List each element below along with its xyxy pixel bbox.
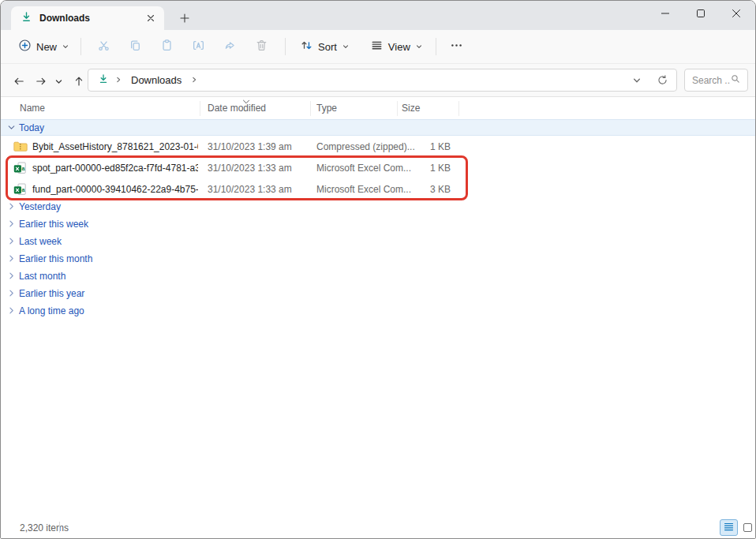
column-header-name[interactable]: Name (20, 103, 45, 114)
circle-plus-icon (18, 39, 32, 54)
recent-locations-icon[interactable] (50, 71, 67, 92)
group-row-a-long-time-ago[interactable]: A long time ago (1, 302, 755, 319)
group-label: Earlier this week (19, 219, 88, 230)
file-explorer-window: Downloads New (0, 0, 756, 539)
window-controls (647, 1, 754, 26)
group-chevron-right-icon[interactable] (7, 271, 16, 280)
tab-title: Downloads (39, 13, 137, 24)
delete-icon (255, 39, 268, 54)
column-separator[interactable] (397, 101, 398, 116)
rename-icon (192, 39, 205, 54)
group-row-last-month[interactable]: Last month (1, 268, 755, 284)
toolbar: New (1, 30, 755, 64)
group-label: Yesterday (19, 201, 61, 212)
cut-icon (97, 39, 110, 54)
details-view-button[interactable] (720, 519, 738, 536)
items-count: 2,320 items (20, 522, 69, 533)
file-row-fund-csv[interactable]: a fund_part-00000-39410462-22a9-4b75-afb… (1, 178, 755, 200)
sort-button-label: Sort (318, 41, 337, 53)
view-button[interactable]: View (364, 33, 429, 60)
group-row-earlier-this-year[interactable]: Earlier this year (1, 285, 755, 301)
details-view-icon (724, 522, 734, 533)
download-icon (21, 11, 32, 25)
column-separator[interactable] (200, 101, 200, 116)
group-chevron-right-icon[interactable] (7, 289, 16, 298)
cut-button[interactable] (88, 33, 119, 60)
paste-button[interactable] (151, 33, 182, 60)
thumbnail-view-icon (743, 523, 752, 532)
search-icon (730, 73, 741, 87)
column-separator[interactable] (458, 101, 459, 116)
more-options-icon (450, 39, 463, 54)
zip-folder-icon (13, 140, 28, 155)
group-row-today[interactable]: Today (1, 119, 755, 136)
address-dropdown-chevron-icon[interactable] (627, 71, 646, 90)
tab-downloads[interactable]: Downloads (11, 6, 164, 30)
column-separator[interactable] (310, 101, 311, 116)
thumbnail-view-button[interactable] (741, 521, 754, 534)
group-chevron-right-icon[interactable] (7, 254, 16, 263)
maximize-icon[interactable] (683, 1, 718, 26)
forward-button[interactable] (31, 71, 51, 92)
search-box[interactable] (684, 69, 748, 92)
group-label: Today (19, 122, 44, 133)
up-button[interactable] (69, 71, 89, 92)
copy-button[interactable] (119, 33, 151, 60)
group-chevron-right-icon[interactable] (7, 237, 16, 245)
breadcrumb-segment-downloads[interactable]: Downloads (128, 73, 185, 88)
chevron-down-icon (342, 41, 350, 53)
group-chevron-right-icon[interactable] (7, 202, 16, 211)
address-row: Downloads (1, 64, 755, 97)
breadcrumb-chevron-icon[interactable] (115, 75, 122, 86)
share-icon (223, 39, 237, 54)
excel-csv-icon: a (13, 162, 27, 177)
group-row-earlier-this-week[interactable]: Earlier this week (1, 215, 755, 232)
tab-close-icon[interactable] (144, 11, 158, 25)
more-options-button[interactable] (441, 33, 473, 60)
column-header-row: Name Date modified Type Size (1, 98, 755, 119)
toolbar-divider (436, 38, 436, 55)
file-date-modified: 31/10/2023 1:33 am (208, 184, 292, 195)
sort-button[interactable]: Sort (294, 33, 356, 60)
chevron-down-icon (62, 41, 69, 53)
file-row-zip[interactable]: Bybit_AssetHistory_8781621_2023-01-01_20… (1, 136, 755, 157)
file-row-spot-csv[interactable]: a spot_part-00000-ed85f2ca-f7fd-4781-a3e… (1, 157, 755, 178)
column-header-size[interactable]: Size (402, 103, 420, 114)
chevron-down-icon (415, 41, 423, 53)
group-label: Earlier this year (19, 288, 84, 299)
file-name: spot_part-00000-ed85f2ca-f7fd-4781-a3e6-… (32, 163, 198, 174)
group-row-earlier-this-month[interactable]: Earlier this month (1, 250, 755, 267)
group-row-last-week[interactable]: Last week (1, 233, 755, 249)
share-button[interactable] (214, 33, 245, 60)
file-date-modified: 31/10/2023 1:39 am (208, 141, 292, 152)
minimize-icon[interactable] (647, 1, 683, 26)
group-row-yesterday[interactable]: Yesterday (1, 198, 755, 215)
search-input[interactable] (692, 75, 730, 86)
column-sort-chevron-icon (242, 96, 250, 107)
download-icon (98, 73, 109, 87)
back-button[interactable] (9, 71, 29, 92)
address-bar[interactable]: Downloads (88, 69, 677, 92)
group-chevron-right-icon[interactable] (7, 219, 16, 228)
svg-text:a: a (21, 187, 24, 193)
view-icon (370, 39, 384, 54)
file-name: Bybit_AssetHistory_8781621_2023-01-01_20… (32, 141, 198, 152)
file-name: fund_part-00000-39410462-22a9-4b75-afb1-… (32, 184, 198, 195)
delete-button[interactable] (245, 33, 277, 60)
new-button[interactable]: New (12, 33, 76, 60)
window-close-icon[interactable] (718, 1, 754, 26)
refresh-icon[interactable] (653, 71, 672, 90)
rename-button[interactable] (182, 33, 214, 60)
group-label: A long time ago (19, 305, 84, 316)
excel-csv-icon: a (13, 183, 27, 198)
column-header-date-modified[interactable]: Date modified (208, 103, 266, 114)
group-chevron-down-icon[interactable] (7, 123, 16, 132)
column-header-type[interactable]: Type (316, 103, 337, 114)
breadcrumb-chevron-icon[interactable] (191, 75, 197, 86)
titlebar: Downloads (1, 1, 755, 30)
group-label: Last month (19, 271, 65, 282)
group-label: Last week (19, 236, 62, 247)
new-tab-icon[interactable] (176, 9, 193, 27)
group-chevron-right-icon[interactable] (7, 306, 16, 315)
status-bar: 2,320 items (1, 517, 755, 538)
